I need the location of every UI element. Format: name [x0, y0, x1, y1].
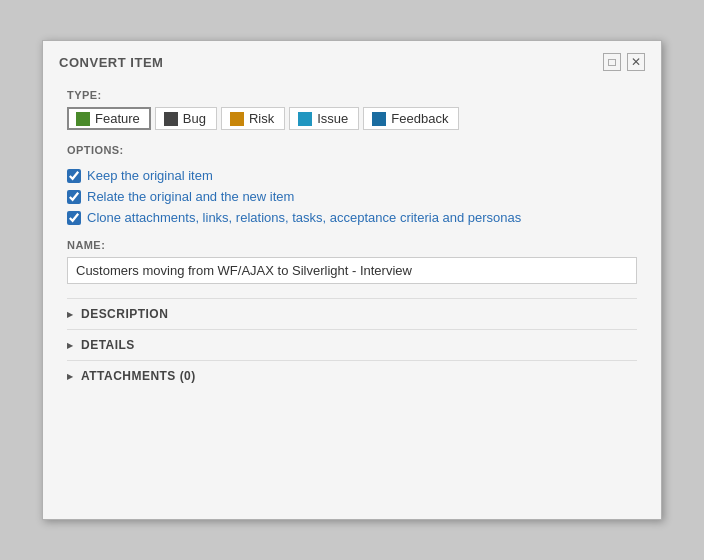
type-row: Feature Bug Risk Issue: [67, 107, 637, 130]
bug-color-swatch: [164, 112, 178, 126]
type-label-feature: Feature: [95, 111, 140, 126]
convert-item-dialog: CONVERT ITEM □ ✕ TYPE: Feature Bug: [42, 40, 662, 520]
risk-color-swatch: [230, 112, 244, 126]
options-section: OPTIONS: Keep the original item Relate t…: [67, 144, 637, 225]
details-label: DETAILS: [81, 338, 135, 352]
checkbox-clone-attachments-label: Clone attachments, links, relations, tas…: [87, 210, 521, 225]
attachments-collapsible[interactable]: ▸ ATTACHMENTS (0): [67, 360, 637, 391]
title-bar-controls: □ ✕: [603, 53, 645, 71]
title-bar: CONVERT ITEM □ ✕: [43, 41, 661, 79]
attachments-label: ATTACHMENTS (0): [81, 369, 196, 383]
options-label: OPTIONS:: [67, 144, 637, 156]
type-btn-bug[interactable]: Bug: [155, 107, 217, 130]
description-collapsible[interactable]: ▸ DESCRIPTION: [67, 298, 637, 329]
minimize-button[interactable]: □: [603, 53, 621, 71]
type-btn-feature[interactable]: Feature: [67, 107, 151, 130]
type-label: TYPE:: [67, 89, 637, 101]
checkbox-keep-original[interactable]: Keep the original item: [67, 168, 637, 183]
type-label-feedback: Feedback: [391, 111, 448, 126]
description-label: DESCRIPTION: [81, 307, 168, 321]
details-collapsible[interactable]: ▸ DETAILS: [67, 329, 637, 360]
close-button[interactable]: ✕: [627, 53, 645, 71]
type-btn-issue[interactable]: Issue: [289, 107, 359, 130]
checkbox-clone-attachments[interactable]: Clone attachments, links, relations, tas…: [67, 210, 637, 225]
issue-color-swatch: [298, 112, 312, 126]
checkbox-relate-original[interactable]: Relate the original and the new item: [67, 189, 637, 204]
feedback-color-swatch: [372, 112, 386, 126]
name-label: NAME:: [67, 239, 637, 251]
checkbox-clone-attachments-input[interactable]: [67, 211, 81, 225]
dialog-body: TYPE: Feature Bug Risk: [43, 79, 661, 415]
type-label-risk: Risk: [249, 111, 274, 126]
name-input[interactable]: [67, 257, 637, 284]
type-label-issue: Issue: [317, 111, 348, 126]
details-chevron-icon: ▸: [67, 339, 73, 352]
collapsibles: ▸ DESCRIPTION ▸ DETAILS ▸ ATTACHMENTS (0…: [67, 298, 637, 391]
dialog-title: CONVERT ITEM: [59, 55, 163, 70]
attachments-chevron-icon: ▸: [67, 370, 73, 383]
name-section: NAME:: [67, 239, 637, 284]
checkbox-keep-original-label: Keep the original item: [87, 168, 213, 183]
checkbox-relate-original-label: Relate the original and the new item: [87, 189, 294, 204]
type-section: TYPE: Feature Bug Risk: [67, 89, 637, 130]
checkbox-relate-original-input[interactable]: [67, 190, 81, 204]
type-btn-feedback[interactable]: Feedback: [363, 107, 459, 130]
feature-color-swatch: [76, 112, 90, 126]
type-label-bug: Bug: [183, 111, 206, 126]
checkbox-keep-original-input[interactable]: [67, 169, 81, 183]
type-btn-risk[interactable]: Risk: [221, 107, 285, 130]
description-chevron-icon: ▸: [67, 308, 73, 321]
